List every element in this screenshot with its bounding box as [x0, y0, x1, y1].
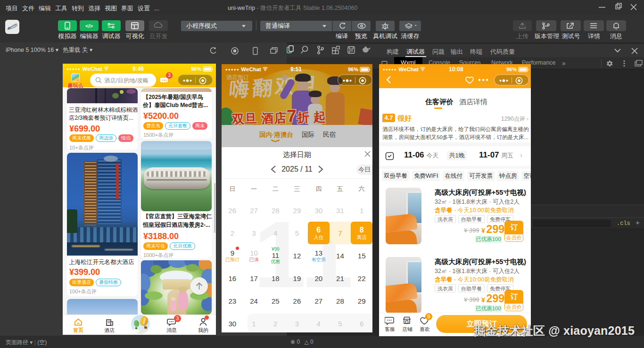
svg-text:</>: </>	[85, 23, 93, 29]
